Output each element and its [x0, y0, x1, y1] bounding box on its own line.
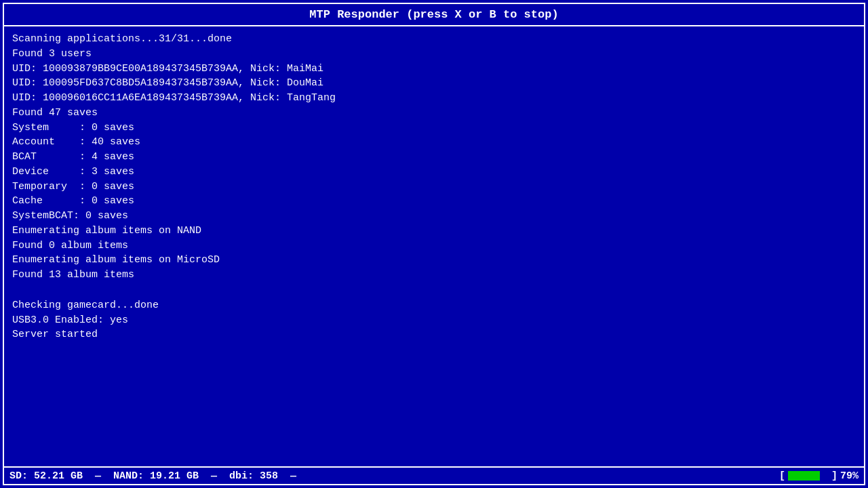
dbi-label: dbi: 358	[229, 470, 278, 482]
console-line: Cache : 0 saves	[12, 194, 856, 209]
console-area: Scanning applications...31/31...doneFoun…	[4, 26, 864, 348]
status-left: SD: 52.21 GB — NAND: 19.21 GB — dbi: 358…	[9, 470, 779, 482]
console-line: USB3.0 Enabled: yes	[12, 313, 856, 328]
title-bar: MTP Responder (press X or B to stop)	[4, 4, 864, 26]
console-line: UID: 100096016CC11A6EA189437345B739AA, N…	[12, 91, 856, 106]
sd-label: SD: 52.21 GB	[9, 470, 83, 482]
console-line: Temporary : 0 saves	[12, 180, 856, 195]
progress-percent: 79%	[840, 470, 859, 482]
console-line: Account : 40 saves	[12, 135, 856, 150]
separator-2: —	[199, 470, 229, 482]
console-line: Found 0 album items	[12, 239, 856, 253]
console-line: Enumerating album items on MicroSD	[12, 253, 856, 268]
console-line: Device : 3 saves	[12, 165, 856, 180]
blank-line	[12, 283, 856, 298]
console-line: System : 0 saves	[12, 121, 856, 136]
console-line: SystemBCAT: 0 saves	[12, 209, 856, 224]
console-line: Checking gamecard...done	[12, 298, 856, 313]
separator-1: —	[83, 470, 113, 482]
progress-bar-empty	[820, 471, 829, 481]
title-text: MTP Responder (press X or B to stop)	[309, 8, 558, 21]
console-line: Found 13 album items	[12, 268, 856, 283]
progress-area: [ ] 79%	[779, 470, 859, 482]
console-line: UID: 100093879BB9CE00A189437345B739AA, N…	[12, 62, 856, 77]
progress-bracket-right: ]	[831, 470, 837, 482]
separator-3: —	[278, 470, 309, 482]
console-line: Server started	[12, 327, 856, 342]
nand-label: NAND: 19.21 GB	[113, 470, 199, 482]
console-line: Enumerating album items on NAND	[12, 224, 856, 239]
progress-bar-fill	[788, 471, 820, 481]
outer-border: MTP Responder (press X or B to stop) Sca…	[3, 3, 865, 485]
status-bar: SD: 52.21 GB — NAND: 19.21 GB — dbi: 358…	[4, 466, 864, 484]
progress-bar-container	[788, 471, 829, 481]
progress-bracket-left: [	[779, 470, 785, 482]
console-line: Found 47 saves	[12, 106, 856, 121]
console-line: BCAT : 4 saves	[12, 150, 856, 165]
console-line: Found 3 users	[12, 47, 856, 62]
console-line: UID: 100095FD637C8BD5A189437345B739AA, N…	[12, 76, 856, 91]
console-line: Scanning applications...31/31...done	[12, 32, 856, 47]
